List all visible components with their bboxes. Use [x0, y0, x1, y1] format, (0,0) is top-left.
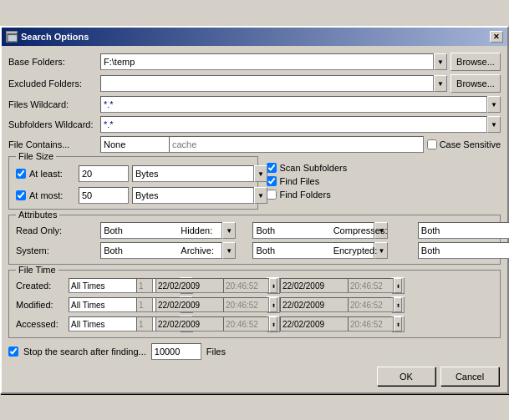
at-least-unit-dropdown[interactable]: ▼ [254, 165, 267, 182]
at-most-checkbox[interactable] [16, 190, 26, 200]
excluded-folders-input[interactable] [100, 75, 434, 92]
accessed-from-time-spin[interactable]: ⬍ [269, 316, 277, 331]
modified-to-time-container: ⬍ [348, 297, 402, 312]
base-folders-label: Base Folders: [8, 57, 100, 67]
created-to-time-input[interactable] [348, 278, 394, 293]
modified-to-date-combo: ▼ [280, 296, 345, 313]
case-sensitive-label: Case Sensitive [440, 139, 501, 149]
title-bar-left: Search Options [6, 31, 89, 43]
created-from-time-spin[interactable]: ⬍ [269, 278, 277, 293]
at-most-row: At most: ▼ [16, 187, 251, 204]
read-only-label: Read Only: [16, 225, 95, 235]
modified-from-time-container: ⬍ [223, 297, 277, 312]
excluded-folders-combo: ▼ [100, 75, 447, 92]
subfolders-wildcard-row: Subfolders Wildcard: ▼ [8, 116, 501, 133]
modified-to-time-spin[interactable]: ⬍ [394, 297, 402, 312]
hidden-combo: ▼ [252, 222, 307, 239]
at-most-input[interactable] [79, 187, 129, 204]
find-files-label: Find Files [280, 176, 320, 186]
excluded-folders-browse-button[interactable]: Browse... [450, 74, 501, 93]
modified-num-input[interactable] [136, 297, 153, 312]
attributes-grid: Read Only: ▼ Hidden: ▼ Compresses: ▼ Sys… [16, 222, 493, 259]
chevron-down-icon: ▼ [437, 58, 444, 66]
scan-subfolders-checkbox[interactable] [267, 163, 277, 173]
modified-to-time-input[interactable] [348, 297, 394, 312]
subfolders-wildcard-dropdown[interactable]: ▼ [487, 116, 501, 133]
close-button[interactable]: ✕ [490, 31, 503, 43]
files-label: Files [206, 347, 226, 357]
read-only-combo: ▼ [100, 222, 155, 239]
compresses-input[interactable] [418, 222, 509, 239]
system-combo: ▼ [100, 242, 155, 259]
ok-button[interactable]: OK [377, 367, 435, 386]
title-bar: Search Options ✕ [2, 28, 507, 46]
compresses-combo: ▼ [418, 222, 472, 239]
accessed-from-time-input[interactable] [223, 316, 269, 331]
case-sensitive-container: Case Sensitive [427, 139, 501, 149]
accessed-row: Accessed: ▼ ▼ ⬍ ▼ [16, 316, 493, 332]
base-folders-dropdown[interactable]: ▼ [434, 53, 447, 70]
files-wildcard-input[interactable] [100, 96, 487, 113]
modified-type-combo: ▼ [69, 296, 134, 313]
compresses-label: Compresses: [333, 225, 413, 235]
modified-from-time-spin[interactable]: ⬍ [269, 297, 277, 312]
chevron-down-icon: ▼ [491, 101, 497, 109]
find-files-checkbox[interactable] [267, 176, 277, 186]
files-wildcard-dropdown[interactable]: ▼ [487, 96, 501, 113]
find-folders-label: Find Folders [280, 190, 331, 200]
created-from-time-input[interactable] [223, 278, 269, 293]
file-size-group-label: File Size [16, 151, 56, 161]
attributes-group: Attributes Read Only: ▼ Hidden: ▼ Compre… [8, 215, 501, 265]
dialog-content: Base Folders: ▼ Browse... Excluded Folde… [2, 46, 507, 392]
base-folders-browse-button[interactable]: Browse... [450, 53, 501, 71]
cancel-button[interactable]: Cancel [440, 367, 499, 386]
accessed-num-input[interactable] [136, 316, 153, 331]
file-size-group: File Size At least: ▼ At most: [8, 156, 258, 210]
at-least-input[interactable] [79, 165, 129, 182]
created-num-input[interactable] [136, 278, 153, 293]
stop-value-input[interactable] [151, 343, 201, 360]
at-least-unit-input[interactable] [132, 165, 254, 182]
file-contains-row: File Contains... ▼ Case Sensitive [8, 136, 501, 153]
accessed-to-time-container: ⬍ [348, 316, 402, 331]
file-contains-text-input[interactable] [169, 136, 424, 153]
created-from-time-container: ⬍ [223, 278, 277, 293]
scan-subfolders-row: Scan Subfolders [267, 163, 501, 173]
at-least-checkbox[interactable] [16, 169, 26, 179]
stop-search-checkbox[interactable] [8, 347, 18, 357]
base-folders-input[interactable] [100, 53, 434, 70]
modified-from-time-input[interactable] [223, 297, 269, 312]
svg-rect-1 [8, 36, 17, 41]
title-text: Search Options [21, 32, 89, 42]
encrypted-input[interactable] [418, 242, 509, 259]
subfolders-wildcard-input[interactable] [100, 116, 487, 133]
at-most-unit-dropdown[interactable]: ▼ [254, 187, 267, 204]
accessed-to-time-input[interactable] [348, 316, 394, 331]
modified-row: Modified: ▼ ▼ ⬍ ▼ [16, 296, 493, 313]
find-folders-checkbox[interactable] [267, 190, 277, 200]
at-most-label: At most: [29, 190, 75, 200]
window-icon [6, 31, 18, 43]
created-to-time-spin[interactable]: ⬍ [394, 278, 402, 293]
files-wildcard-label: Files Wildcard: [8, 99, 100, 109]
excluded-folders-dropdown[interactable]: ▼ [434, 75, 447, 92]
chevron-down-icon: ▼ [491, 121, 497, 129]
stop-search-label: Stop the search after finding... [23, 347, 146, 357]
excluded-folders-label: Excluded Folders: [8, 78, 100, 89]
file-time-group-label: File Time [16, 265, 59, 275]
search-options-dialog: Search Options ✕ Base Folders: ▼ Browse.… [0, 26, 509, 394]
accessed-to-time-spin[interactable]: ⬍ [394, 316, 402, 331]
at-most-unit-input[interactable] [132, 187, 254, 204]
at-least-row: At least: ▼ [16, 165, 251, 182]
accessed-from-date-combo: ▼ [155, 316, 221, 332]
subfolders-wildcard-label: Subfolders Wildcard: [8, 119, 100, 129]
accessed-type-combo: ▼ [69, 316, 134, 332]
find-folders-row: Find Folders [267, 190, 501, 200]
subfolders-wildcard-combo: ▼ [100, 116, 501, 133]
scan-subfolders-label: Scan Subfolders [280, 163, 348, 173]
accessed-label: Accessed: [16, 319, 66, 329]
chevron-down-icon: ▼ [257, 170, 264, 178]
modified-label: Modified: [16, 300, 66, 310]
case-sensitive-checkbox[interactable] [427, 139, 437, 149]
modified-from-date-combo: ▼ [155, 296, 221, 313]
